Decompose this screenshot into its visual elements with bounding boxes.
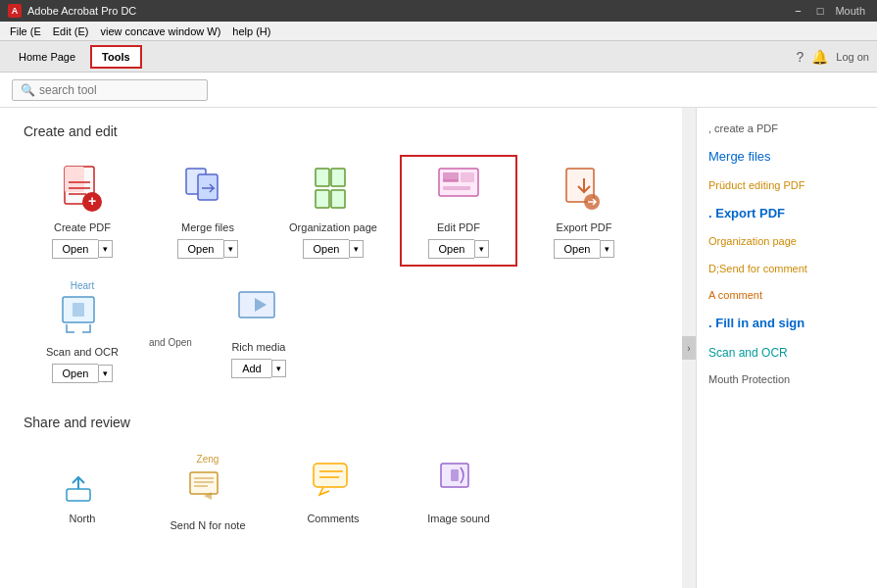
tools-grid-share-review: North Zeng Send N for note xyxy=(24,446,658,545)
tool-share: North xyxy=(24,446,141,545)
org-page-open-btn[interactable]: Open xyxy=(303,239,350,259)
section-share-review: Share and review North Zeng xyxy=(24,415,658,545)
sidebar-item-send-comment[interactable]: D;Send for comment xyxy=(697,256,877,282)
create-pdf-name: Create PDF xyxy=(54,221,111,233)
app-title: Adobe Acrobat Pro DC xyxy=(27,5,136,17)
tab-tools[interactable]: Tools xyxy=(90,45,142,69)
org-page-arrow-btn[interactable]: ▾ xyxy=(349,240,364,258)
sidebar-collapse-btn[interactable]: › xyxy=(682,336,696,360)
comments-icon xyxy=(306,454,361,509)
merge-files-arrow-btn[interactable]: ▾ xyxy=(223,240,238,258)
image-sound-name: Image sound xyxy=(427,513,490,524)
svg-rect-11 xyxy=(316,190,329,208)
rich-media-btn-group: Add ▾ xyxy=(231,359,286,378)
create-pdf-open-btn[interactable]: Open xyxy=(52,239,99,259)
svg-rect-29 xyxy=(314,464,347,487)
edit-pdf-open-btn[interactable]: Open xyxy=(428,239,475,259)
tool-scan-ocr: Heart Scan and OCR Open ▾ xyxy=(24,274,141,391)
sidebar-collapse-area: › xyxy=(682,108,696,588)
search-icon: 🔍 xyxy=(21,83,35,97)
sidebar-item-fill-sign[interactable]: . Fill in and sign xyxy=(697,309,877,338)
svg-rect-16 xyxy=(461,172,474,182)
merge-files-btn-group: Open ▾ xyxy=(177,239,239,259)
sidebar: , create a PDF Merge files Prüduct editi… xyxy=(696,108,877,588)
search-bar: 🔍 xyxy=(0,73,877,108)
tool-send-note: Zeng Send N for note xyxy=(149,446,267,545)
create-pdf-btn-group: Open ▾ xyxy=(52,239,114,259)
rich-media-add-btn[interactable]: Add xyxy=(231,359,271,378)
and-open-label: and Open xyxy=(149,337,192,348)
section-create-edit: Create and edit + xyxy=(24,123,658,391)
scan-ocr-icon xyxy=(55,287,110,342)
tool-edit-pdf: Edit PDF Open ▾ xyxy=(400,155,517,267)
search-input-wrap: 🔍 xyxy=(12,79,208,101)
scan-ocr-open-btn[interactable]: Open xyxy=(52,364,99,383)
create-pdf-arrow-btn[interactable]: ▾ xyxy=(98,240,113,258)
export-pdf-icon xyxy=(557,163,611,218)
export-pdf-arrow-btn[interactable]: ▾ xyxy=(600,240,614,258)
menu-edit[interactable]: Edit (E) xyxy=(47,24,95,39)
export-pdf-name: Export PDF xyxy=(557,221,612,233)
section-title-create-edit: Create and edit xyxy=(24,123,658,139)
sidebar-item-product-editing[interactable]: Prüduct editing PDF xyxy=(697,172,877,199)
edit-pdf-btn-group: Open ▾ xyxy=(428,239,490,259)
sidebar-item-protection[interactable]: Mouth Protection xyxy=(697,367,877,393)
nav-bar: Home Page Tools ? 🔔 Log on xyxy=(0,41,877,73)
tool-image-sound: Image sound xyxy=(400,446,517,545)
log-on-label[interactable]: Log on xyxy=(836,51,869,63)
svg-rect-10 xyxy=(331,169,345,186)
maximize-button[interactable]: □ xyxy=(813,5,828,17)
tab-home[interactable]: Home Page xyxy=(8,46,86,68)
export-pdf-btn-group: Open ▾ xyxy=(554,239,615,259)
org-page-icon xyxy=(306,163,361,218)
rich-media-arrow-btn[interactable]: ▾ xyxy=(271,360,286,377)
heart-label: Heart xyxy=(71,280,94,291)
main-layout: Create and edit + xyxy=(0,108,877,588)
svg-rect-9 xyxy=(316,169,329,186)
content-area: Create and edit + xyxy=(0,108,682,588)
sidebar-item-comment[interactable]: A comment xyxy=(697,282,877,309)
sidebar-item-create-pdf[interactable]: , create a PDF xyxy=(697,116,877,142)
menu-file[interactable]: File (E xyxy=(4,24,47,39)
menu-bar: File (E Edit (E) view concave window W) … xyxy=(0,22,877,41)
svg-rect-33 xyxy=(451,469,459,481)
edit-pdf-arrow-btn[interactable]: ▾ xyxy=(474,240,489,258)
sidebar-item-org-page[interactable]: Organization page xyxy=(697,228,877,255)
edit-pdf-name: Edit PDF xyxy=(437,221,480,233)
help-icon-button[interactable]: ? xyxy=(797,49,804,65)
svg-text:+: + xyxy=(88,193,96,209)
sidebar-item-merge-files[interactable]: Merge files xyxy=(697,142,877,172)
tool-org-page: Organization page Open ▾ xyxy=(274,155,392,267)
section-title-share-review: Share and review xyxy=(24,415,658,430)
sidebar-item-scan-ocr[interactable]: Scan and OCR xyxy=(697,339,877,368)
tool-comments: Comments xyxy=(274,446,392,545)
merge-files-open-btn[interactable]: Open xyxy=(177,239,224,259)
tools-grid-create-edit: + Create PDF Open ▾ xyxy=(24,155,658,391)
image-sound-icon xyxy=(431,454,486,509)
search-input[interactable] xyxy=(39,83,196,97)
svg-rect-12 xyxy=(331,190,345,208)
org-page-btn-group: Open ▾ xyxy=(303,239,365,259)
share-name: North xyxy=(70,513,96,524)
scan-ocr-name: Scan and OCR xyxy=(46,346,119,358)
svg-rect-21 xyxy=(73,303,84,317)
minimize-button[interactable]: − xyxy=(791,5,804,17)
bell-icon-button[interactable]: 🔔 xyxy=(811,49,828,65)
org-page-name: Organization page xyxy=(289,221,377,233)
mouth-label: Mouth xyxy=(835,5,865,17)
tool-rich-media: Rich media Add ▾ xyxy=(200,274,317,391)
rich-media-name: Rich media xyxy=(231,341,285,353)
title-bar: A Adobe Acrobat Pro DC − □ Mouth xyxy=(0,0,877,22)
scan-ocr-arrow-btn[interactable]: ▾ xyxy=(98,365,113,382)
app-icon: A xyxy=(8,4,22,18)
share-icon xyxy=(55,454,110,509)
export-pdf-open-btn[interactable]: Open xyxy=(554,239,601,259)
scan-ocr-btn-group: Open ▾ xyxy=(52,364,114,383)
menu-view[interactable]: view concave window W) xyxy=(94,24,226,39)
menu-help[interactable]: help (H) xyxy=(226,24,276,39)
sidebar-item-export-pdf[interactable]: . Export PDF xyxy=(697,199,877,228)
svg-rect-15 xyxy=(443,186,470,190)
svg-rect-8 xyxy=(198,174,218,200)
create-pdf-icon: + xyxy=(55,163,110,218)
send-note-icon xyxy=(180,461,235,515)
